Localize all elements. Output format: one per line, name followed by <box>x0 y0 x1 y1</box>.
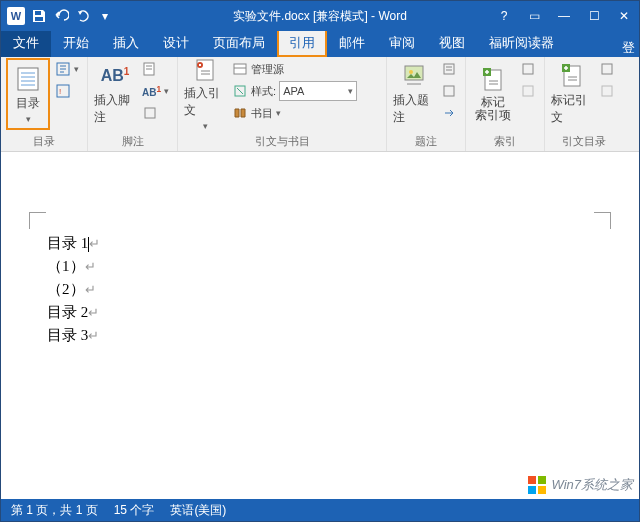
toc-icon <box>14 65 42 93</box>
group-toc-label: 目录 <box>33 132 55 151</box>
mark-index-button[interactable]: 标记 索引项 <box>472 59 514 129</box>
svg-rect-24 <box>444 64 454 74</box>
manage-sources-button[interactable]: 管理源 <box>230 59 380 79</box>
ribbon-options-button[interactable]: ▭ <box>519 1 549 31</box>
tab-layout[interactable]: 页面布局 <box>201 29 277 57</box>
update-table-button[interactable] <box>439 81 459 101</box>
bibliography-button[interactable]: 书目▾ <box>230 103 380 123</box>
tab-references[interactable]: 引用 <box>277 29 327 57</box>
tab-file[interactable]: 文件 <box>1 29 51 57</box>
caption-label: 插入题注 <box>393 92 435 126</box>
mark-citation-button[interactable]: 标记引文 <box>551 59 593 129</box>
tab-foxit[interactable]: 福昕阅读器 <box>477 29 566 57</box>
maximize-button[interactable]: ☐ <box>579 1 609 31</box>
close-button[interactable]: ✕ <box>609 1 639 31</box>
tab-insert[interactable]: 插入 <box>101 29 151 57</box>
manage-sources-icon <box>232 61 248 77</box>
svg-rect-41 <box>538 476 546 484</box>
insert-citation-button[interactable]: 插入引文 ▾ <box>184 59 226 129</box>
watermark: Win7系统之家 <box>527 475 633 495</box>
qat-more-icon[interactable]: ▾ <box>97 8 113 24</box>
bibliography-icon <box>232 105 248 121</box>
update-icon: ! <box>55 83 71 99</box>
mark-citation-icon <box>558 62 586 90</box>
svg-rect-40 <box>528 476 536 484</box>
svg-rect-39 <box>602 86 612 96</box>
svg-rect-43 <box>538 486 546 494</box>
endnote-icon <box>142 61 158 77</box>
citation-icon <box>191 57 219 83</box>
dropdown-icon: ▾ <box>26 114 31 124</box>
svg-rect-2 <box>18 68 38 90</box>
insert-endnote-button[interactable] <box>140 59 171 79</box>
title-bar: W ▾ 实验文件.docx [兼容模式] - Word ? ▭ — ☐ ✕ <box>1 1 639 31</box>
document-body[interactable]: 目录 1↵ （1）↵ （2）↵ 目录 2↵ 目录 3↵ <box>47 232 100 347</box>
svg-rect-18 <box>234 64 246 74</box>
help-button[interactable]: ? <box>489 1 519 31</box>
tab-review[interactable]: 审阅 <box>377 29 427 57</box>
next-footnote-button[interactable]: AB1▾ <box>140 81 171 101</box>
save-icon[interactable] <box>31 8 47 24</box>
status-lang[interactable]: 英语(美国) <box>170 502 226 519</box>
footnote-label: 插入脚注 <box>94 92 136 126</box>
svg-rect-1 <box>35 17 43 21</box>
svg-rect-32 <box>523 64 533 74</box>
insert-index-button[interactable] <box>518 59 538 79</box>
document-area[interactable]: 目录 1↵ （1）↵ （2）↵ 目录 2↵ 目录 3↵ Win7系统之家 <box>1 152 639 499</box>
group-citation-label: 引文与书目 <box>255 132 310 151</box>
margin-corner-tr <box>594 212 611 229</box>
svg-rect-13 <box>145 108 155 118</box>
undo-icon[interactable] <box>53 8 69 24</box>
add-text-icon <box>55 61 71 77</box>
group-caption-label: 题注 <box>415 132 437 151</box>
minimize-button[interactable]: — <box>549 1 579 31</box>
word-icon: W <box>7 7 25 25</box>
citation-style-select[interactable]: 样式: APA▾ <box>230 81 380 101</box>
update-toa-button[interactable] <box>597 81 617 101</box>
index-label: 标记 索引项 <box>475 96 511 122</box>
redo-icon[interactable] <box>75 8 91 24</box>
insert-tof-button[interactable] <box>439 59 459 79</box>
dropdown-icon: ▾ <box>203 121 208 131</box>
index-icon <box>479 66 507 94</box>
status-bar: 第 1 页，共 1 页 15 个字 英语(美国) <box>1 499 639 521</box>
svg-text:!: ! <box>59 87 61 96</box>
tab-design[interactable]: 设计 <box>151 29 201 57</box>
footnote-icon: AB1 <box>101 62 129 90</box>
status-words[interactable]: 15 个字 <box>114 502 155 519</box>
group-index-label: 索引 <box>494 132 516 151</box>
mark-citation-label: 标记引文 <box>551 92 593 126</box>
ribbon: 目录 ▾ ▾ ! 目录 AB1 插入脚注 AB1▾ <box>1 57 639 152</box>
svg-rect-33 <box>523 86 533 96</box>
svg-rect-42 <box>528 486 536 494</box>
group-toa-label: 引文目录 <box>562 132 606 151</box>
svg-rect-38 <box>602 64 612 74</box>
citation-label: 插入引文 <box>184 85 226 119</box>
add-text-button[interactable]: ▾ <box>53 59 81 79</box>
show-notes-icon <box>142 105 158 121</box>
insert-toa-button[interactable] <box>597 59 617 79</box>
svg-rect-27 <box>444 86 454 96</box>
ribbon-tabs: 文件 开始 插入 设计 页面布局 引用 邮件 审阅 视图 福昕阅读器 登 <box>1 31 639 57</box>
tab-view[interactable]: 视图 <box>427 29 477 57</box>
update-index-button[interactable] <box>518 81 538 101</box>
toc-button[interactable]: 目录 ▾ <box>7 59 49 129</box>
caption-icon <box>400 62 428 90</box>
windows-logo-icon <box>527 475 547 495</box>
tab-login[interactable]: 登 <box>622 39 639 57</box>
svg-point-22 <box>409 70 413 74</box>
margin-corner-tl <box>29 212 46 229</box>
style-icon <box>232 83 248 99</box>
toc-label: 目录 <box>16 95 40 112</box>
tab-home[interactable]: 开始 <box>51 29 101 57</box>
cross-reference-button[interactable] <box>439 103 459 123</box>
svg-rect-0 <box>35 11 41 15</box>
insert-caption-button[interactable]: 插入题注 <box>393 59 435 129</box>
show-notes-button[interactable] <box>140 103 171 123</box>
status-page[interactable]: 第 1 页，共 1 页 <box>11 502 98 519</box>
group-footnote-label: 脚注 <box>122 132 144 151</box>
update-toc-button[interactable]: ! <box>53 81 81 101</box>
tab-mail[interactable]: 邮件 <box>327 29 377 57</box>
insert-footnote-button[interactable]: AB1 插入脚注 <box>94 59 136 129</box>
